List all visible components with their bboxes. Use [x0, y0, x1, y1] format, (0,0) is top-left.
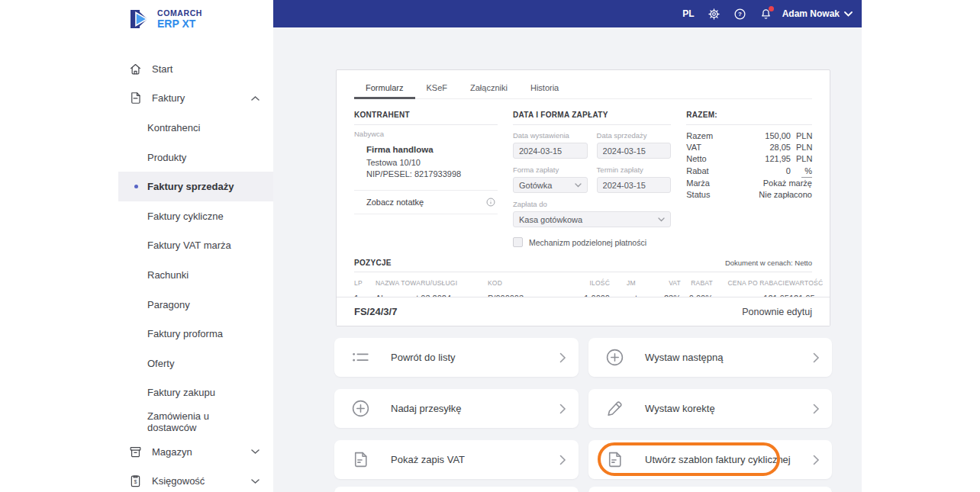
payment-form-select[interactable]: Gotówka — [513, 177, 588, 193]
chevron-down-icon — [658, 217, 665, 222]
pay-to-field: Zapłata do Kasa gotówkowa — [513, 200, 671, 227]
pay-to-select[interactable]: Kasa gotówkowa — [513, 211, 671, 227]
total-label: Marża — [686, 178, 710, 189]
tab-historia[interactable]: Historia — [519, 77, 570, 99]
sidebar-item-zamowienia-u-dostawcow[interactable]: Zamówienia u dostawców — [118, 407, 273, 437]
sidebar-item-ksiegowosc[interactable]: $ Księgowość — [118, 466, 273, 492]
total-label: Status — [686, 189, 710, 201]
tab-zalaczniki[interactable]: Załączniki — [459, 77, 519, 99]
kontrahent-heading: KONTRAHENT — [354, 111, 498, 125]
sidebar-item-label: Księgowość — [152, 475, 205, 487]
action-powrot-do-listy[interactable]: Powrót do listy — [334, 338, 579, 377]
payment-form-value: Gotówka — [519, 181, 552, 190]
sidebar-item-paragony[interactable]: Paragony — [118, 290, 273, 320]
sidebar-item-faktury-sprzedazy[interactable]: Faktury sprzedaży — [118, 172, 273, 201]
invoice-card: Formularz KSeF Załączniki Historia KONTR… — [336, 69, 830, 326]
total-unit: PLN — [791, 130, 812, 142]
issue-date-input[interactable] — [513, 143, 588, 159]
total-unit: PLN — [791, 153, 812, 165]
invoice-footer: FS/24/3/7 Ponownie edytuj — [337, 297, 830, 326]
action-wystaw-nastepna[interactable]: Wystaw następną — [588, 338, 832, 377]
tab-ksef[interactable]: KSeF — [415, 77, 459, 99]
action-label: Nadaj przesyłkę — [391, 403, 462, 414]
status-value: Nie zapłacono — [759, 189, 812, 201]
sidebar-item-label: Rachunki — [147, 269, 189, 281]
sidebar-item-faktury-cykliczne[interactable]: Faktury cykliczne — [118, 201, 273, 231]
help-icon[interactable]: ? — [733, 8, 746, 21]
col-kod: KOD — [488, 279, 568, 287]
action-wystaw-korekte[interactable]: Wystaw korektę — [588, 389, 832, 428]
tab-formularz[interactable]: Formularz — [354, 77, 415, 99]
chevron-down-icon[interactable] — [844, 11, 853, 17]
action-nadaj-przesylke[interactable]: Nadaj przesyłkę — [334, 389, 579, 428]
sidebar-item-label: Faktury proforma — [147, 328, 223, 339]
split-payment-checkbox[interactable] — [513, 237, 523, 247]
actions-grid: Powrót do listy Wystaw następną Nadaj — [334, 338, 832, 492]
items-table-header: LP NAZWA TOWARU/USŁUGI KOD ILOŚĆ JM VAT … — [354, 272, 812, 288]
sidebar-item-label: Produkty — [147, 152, 186, 163]
sale-date-input[interactable] — [597, 143, 672, 159]
notification-dot — [769, 6, 774, 11]
sidebar-item-label: Paragony — [147, 299, 190, 310]
edit-again-link[interactable]: Ponownie edytuj — [742, 307, 812, 317]
due-date-input[interactable] — [597, 177, 672, 193]
topbar: PL ? Adam Nowak — [273, 0, 862, 27]
col-lp: LP — [354, 279, 365, 287]
sale-date-field: Data sprzedaży — [597, 131, 672, 159]
col-jm: JM — [610, 279, 644, 287]
prices-note: Dokument w cenach: Netto — [725, 259, 812, 267]
sidebar-item-rachunki[interactable]: Rachunki — [118, 260, 273, 290]
sidebar-item-kontrahenci[interactable]: Kontrahenci — [118, 113, 273, 143]
totals-heading: RAZEM: — [686, 111, 812, 125]
see-note-row[interactable]: Zobacz notatkę — [354, 190, 498, 214]
list-icon — [351, 348, 370, 367]
action-card-partial[interactable] — [588, 487, 832, 492]
action-pokaz-zapis-vat[interactable]: Pokaż zapis VAT — [334, 440, 579, 479]
sidebar-item-label: Start — [152, 63, 172, 75]
see-note-link[interactable]: Zobacz notatkę — [366, 198, 424, 207]
comarch-logo-icon — [128, 8, 151, 31]
chevron-right-icon — [813, 352, 820, 363]
sidebar-item-faktury-vat-marza[interactable]: Faktury VAT marża — [118, 231, 273, 261]
action-label: Pokaż zapis VAT — [391, 454, 465, 465]
gear-icon[interactable] — [708, 8, 720, 21]
sidebar-item-label: Magazyn — [152, 446, 192, 458]
active-item-dot — [134, 185, 138, 188]
col-wartosc: WARTOŚĆ — [789, 279, 814, 287]
col-nazwa: NAZWA TOWARU/USŁUGI — [365, 279, 488, 287]
total-value: 0 — [786, 166, 791, 177]
user-menu[interactable]: Adam Nowak — [782, 8, 840, 19]
buyer-details: Firma handlowa Testowa 10/10 NIP/PESEL: … — [354, 145, 498, 180]
sidebar-item-label: Faktury zakupu — [147, 387, 215, 398]
info-icon — [485, 197, 496, 207]
payment-section: DATA I FORMA ZAPŁATY Data wystawienia Da… — [513, 111, 671, 247]
sidebar-item-magazyn[interactable]: Magazyn — [118, 437, 273, 467]
sidebar-item-faktury-zakupu[interactable]: Faktury zakupu — [118, 378, 273, 408]
comarch-erp-xt-app: COMARCH ERP XT Start Faktury — [0, 0, 980, 492]
due-date-label: Termin zapłaty — [597, 166, 672, 174]
sidebar-item-faktury-proforma[interactable]: Faktury proforma — [118, 319, 273, 349]
rabat-unit-toggle[interactable]: % — [801, 166, 812, 178]
total-row-vat: VAT 28,05 PLN — [686, 142, 812, 153]
totals-section: RAZEM: Razem 150,00 PLN VAT 28,05 PLN — [686, 111, 812, 247]
sidebar-item-label: Kontrahenci — [147, 122, 200, 133]
chevron-up-icon — [251, 96, 260, 101]
language-selector[interactable]: PL — [682, 8, 694, 19]
sidebar-item-produkty[interactable]: Produkty — [118, 143, 273, 172]
total-label: Razem — [686, 130, 713, 142]
sidebar-item-start[interactable]: Start — [118, 54, 273, 84]
plus-circle-icon — [605, 348, 624, 367]
sidebar-item-label: Faktury sprzedaży — [147, 181, 234, 192]
sidebar-item-faktury[interactable]: Faktury — [118, 84, 273, 114]
logo-brand: COMARCH — [157, 9, 202, 18]
document-number: FS/24/3/7 — [354, 306, 397, 317]
total-label: Rabat — [686, 166, 708, 177]
sidebar-item-oferty[interactable]: Oferty — [118, 349, 273, 378]
col-cena-po-rabacie: CENA PO RABACIE — [713, 279, 789, 287]
bell-icon[interactable] — [759, 8, 772, 21]
buyer-tax-id: NIP/PESEL: 8217933998 — [366, 169, 498, 180]
action-card-partial[interactable] — [334, 487, 579, 492]
show-margin-link[interactable]: Pokaż marżę — [763, 178, 812, 189]
action-utworz-szablon-faktury-cyklicznej[interactable]: Utwórz szablon faktury cyklicznej — [588, 440, 832, 479]
payment-heading: DATA I FORMA ZAPŁATY — [513, 111, 671, 125]
